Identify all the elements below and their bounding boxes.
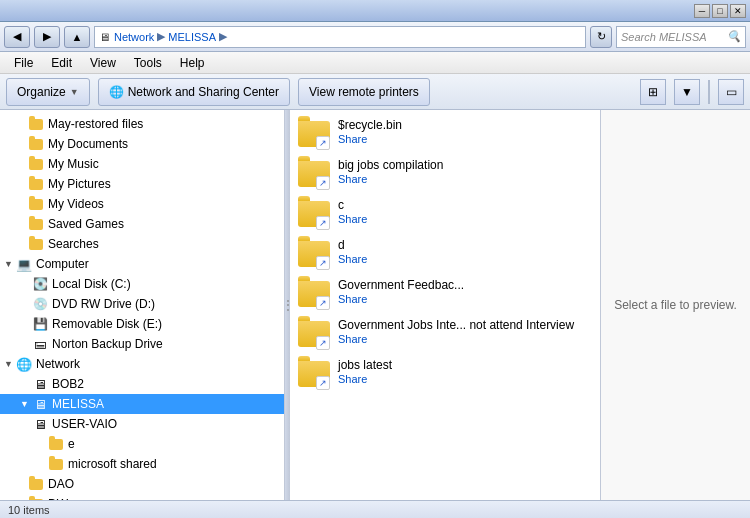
- sidebar-label: My Videos: [48, 197, 104, 211]
- title-bar: ─ □ ✕: [0, 0, 750, 22]
- sidebar-label: Computer: [36, 257, 89, 271]
- minimize-button[interactable]: ─: [694, 4, 710, 18]
- sidebar-item-removable-e[interactable]: 💾 Removable Disk (E:): [0, 314, 284, 334]
- up-button[interactable]: ▲: [64, 26, 90, 48]
- file-share-label[interactable]: Share: [338, 173, 443, 185]
- network-icon: 🌐: [16, 356, 32, 372]
- preview-text: Select a file to preview.: [614, 298, 737, 312]
- file-list[interactable]: ↗ $recycle.bin Share ↗ big jobs compilat…: [290, 110, 600, 500]
- list-item[interactable]: ↗ c Share: [290, 194, 600, 234]
- file-share-label[interactable]: Share: [338, 373, 392, 385]
- organize-arrow: ▼: [70, 87, 79, 97]
- file-item-icon: ↗: [298, 358, 330, 390]
- folder-icon: [28, 116, 44, 132]
- view-remote-button[interactable]: View remote printers: [298, 78, 430, 106]
- share-overlay-icon: ↗: [316, 256, 330, 270]
- maximize-button[interactable]: □: [712, 4, 728, 18]
- share-overlay-icon: ↗: [316, 376, 330, 390]
- sidebar-item-e-share[interactable]: e: [0, 434, 284, 454]
- file-name: Government Jobs Inte... not attend Inter…: [338, 318, 574, 332]
- sidebar-item-my-documents[interactable]: My Documents: [0, 134, 284, 154]
- share-overlay-icon: ↗: [316, 216, 330, 230]
- sidebar-item-my-music[interactable]: My Music: [0, 154, 284, 174]
- address-path[interactable]: 🖥 Network ▶ MELISSA ▶: [94, 26, 586, 48]
- main-layout: May-restored files My Documents My Music…: [0, 110, 750, 500]
- sidebar-item-dw[interactable]: DW: [0, 494, 284, 500]
- list-item[interactable]: ↗ jobs latest Share: [290, 354, 600, 394]
- menu-file[interactable]: File: [6, 54, 41, 72]
- file-name: Government Feedbac...: [338, 278, 464, 292]
- view-details-button[interactable]: ▼: [674, 79, 700, 105]
- share-overlay-icon: ↗: [316, 136, 330, 150]
- file-item-icon: ↗: [298, 278, 330, 310]
- folder-icon: [28, 136, 44, 152]
- sidebar-item-dao[interactable]: DAO: [0, 474, 284, 494]
- sidebar-item-melissa[interactable]: ▼ 🖥 MELISSA: [0, 394, 284, 414]
- status-bar: 10 items: [0, 500, 750, 518]
- file-share-label[interactable]: Share: [338, 253, 367, 265]
- sidebar-item-computer[interactable]: ▼ 💻 Computer: [0, 254, 284, 274]
- forward-button[interactable]: ▶: [34, 26, 60, 48]
- sidebar-label: USER-VAIO: [52, 417, 117, 431]
- sidebar-item-network[interactable]: ▼ 🌐 Network: [0, 354, 284, 374]
- sidebar-item-dvd-drive[interactable]: 💿 DVD RW Drive (D:): [0, 294, 284, 314]
- organize-button[interactable]: Organize ▼: [6, 78, 90, 106]
- view-toggle-button[interactable]: ⊞: [640, 79, 666, 105]
- sidebar-item-saved-games[interactable]: Saved Games: [0, 214, 284, 234]
- sidebar-label: DW: [48, 497, 68, 500]
- computer-node-icon: 🖥: [32, 376, 48, 392]
- list-item[interactable]: ↗ d Share: [290, 234, 600, 274]
- folder-icon: [28, 236, 44, 252]
- menu-edit[interactable]: Edit: [43, 54, 80, 72]
- close-button[interactable]: ✕: [730, 4, 746, 18]
- list-item[interactable]: ↗ big jobs compilation Share: [290, 154, 600, 194]
- preview-pane-button[interactable]: ▭: [718, 79, 744, 105]
- organize-label: Organize: [17, 85, 66, 99]
- list-item[interactable]: ↗ Government Feedbac... Share: [290, 274, 600, 314]
- list-item[interactable]: ↗ Government Jobs Inte... not attend Int…: [290, 314, 600, 354]
- list-item[interactable]: ↗ $recycle.bin Share: [290, 114, 600, 154]
- toolbar-separator: [708, 80, 710, 104]
- computer-icon: 💻: [16, 256, 32, 272]
- search-box[interactable]: Search MELISSA 🔍: [616, 26, 746, 48]
- address-bar: ◀ ▶ ▲ 🖥 Network ▶ MELISSA ▶ ↻ Search MEL…: [0, 22, 750, 52]
- sidebar-item-bob2[interactable]: 🖥 BOB2: [0, 374, 284, 394]
- network-sharing-button[interactable]: 🌐 Network and Sharing Center: [98, 78, 290, 106]
- menu-tools[interactable]: Tools: [126, 54, 170, 72]
- breadcrumb-melissa[interactable]: MELISSA: [168, 31, 216, 43]
- menu-help[interactable]: Help: [172, 54, 213, 72]
- network-sharing-label: Network and Sharing Center: [128, 85, 279, 99]
- breadcrumb-sep1: ▶: [157, 30, 165, 43]
- sidebar-item-may-restored[interactable]: May-restored files: [0, 114, 284, 134]
- sidebar-item-microsoft-shared[interactable]: microsoft shared: [0, 454, 284, 474]
- left-panel[interactable]: May-restored files My Documents My Music…: [0, 110, 285, 500]
- sidebar-label: Local Disk (C:): [52, 277, 131, 291]
- breadcrumb-sep2: ▶: [219, 30, 227, 43]
- file-share-label[interactable]: Share: [338, 213, 367, 225]
- network-sharing-icon: 🌐: [109, 85, 124, 99]
- sidebar-label: My Documents: [48, 137, 128, 151]
- sidebar-item-my-videos[interactable]: My Videos: [0, 194, 284, 214]
- file-share-label[interactable]: Share: [338, 133, 402, 145]
- share-overlay-icon: ↗: [316, 296, 330, 310]
- menu-view[interactable]: View: [82, 54, 124, 72]
- sidebar-item-norton-backup[interactable]: 🖴 Norton Backup Drive: [0, 334, 284, 354]
- breadcrumb-icon: 🖥: [99, 31, 110, 43]
- sidebar-item-my-pictures[interactable]: My Pictures: [0, 174, 284, 194]
- file-share-label[interactable]: Share: [338, 293, 464, 305]
- file-name: jobs latest: [338, 358, 392, 372]
- sidebar-item-local-disk-c[interactable]: 💽 Local Disk (C:): [0, 274, 284, 294]
- resize-handle[interactable]: [285, 110, 290, 500]
- back-button[interactable]: ◀: [4, 26, 30, 48]
- breadcrumb-network[interactable]: Network: [114, 31, 154, 43]
- sidebar-item-user-vaio[interactable]: 🖥 USER-VAIO: [0, 414, 284, 434]
- expand-arrow: ▼: [4, 259, 16, 269]
- file-info: d Share: [338, 238, 367, 265]
- sidebar-label: My Pictures: [48, 177, 111, 191]
- file-name: $recycle.bin: [338, 118, 402, 132]
- refresh-button[interactable]: ↻: [590, 26, 612, 48]
- sidebar-item-searches[interactable]: Searches: [0, 234, 284, 254]
- backup-drive-icon: 🖴: [32, 336, 48, 352]
- file-share-label[interactable]: Share: [338, 333, 574, 345]
- file-info: big jobs compilation Share: [338, 158, 443, 185]
